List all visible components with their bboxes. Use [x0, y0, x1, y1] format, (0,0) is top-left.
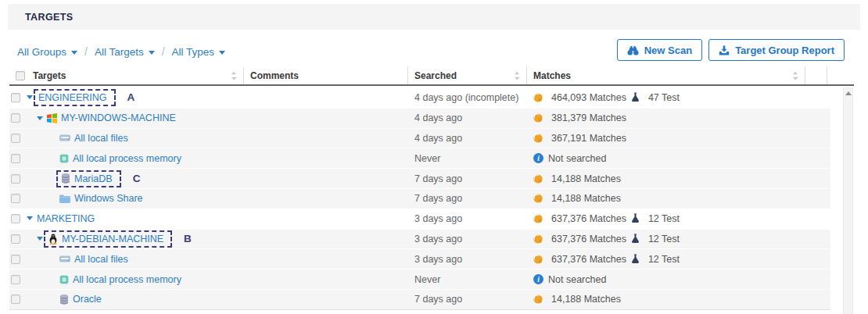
row-checkbox-cell — [9, 209, 27, 229]
row-checkbox[interactable] — [11, 93, 20, 102]
target-group-report-label: Target Group Report — [735, 45, 834, 56]
searched-cell: 3 days ago — [408, 209, 527, 229]
matches-cell: 367,191 Matches — [527, 129, 830, 148]
column-header-extra-2 — [827, 67, 854, 84]
filter-all-targets[interactable]: All Targets — [95, 46, 155, 58]
target-tree-cell: MY-WINDOWS-MACHINE — [27, 109, 244, 128]
target-tree-cell: MY-DEBIAN-MACHINEB — [27, 230, 244, 249]
target-link[interactable]: All local process memory — [73, 274, 181, 285]
target-tree-cell: Oracle — [27, 290, 244, 309]
row-checkbox[interactable] — [11, 134, 20, 143]
target-link[interactable]: All local process memory — [73, 153, 181, 164]
matches-cell: 464,093 Matches47 Test — [527, 87, 830, 108]
row-checkbox-cell — [9, 249, 27, 269]
table-row: All local process memoryNeveriNot search… — [9, 269, 830, 289]
not-searched-text: Not searched — [548, 274, 606, 285]
matches-count: 14,188 Matches — [551, 193, 621, 204]
drive-icon — [59, 134, 70, 142]
target-link[interactable]: MARKETING — [37, 213, 95, 224]
target-group-report-button[interactable]: Target Group Report — [708, 39, 845, 61]
filter-separator: / — [84, 45, 88, 58]
matches-count: 367,191 Matches — [551, 133, 626, 144]
matches-cell: 14,188 Matches — [527, 290, 830, 309]
column-header-matches[interactable]: Matches — [533, 70, 571, 81]
linux-icon — [48, 234, 58, 244]
searched-cell: 7 days ago — [408, 290, 527, 309]
row-checkbox[interactable] — [11, 275, 20, 284]
chevron-down-icon — [149, 51, 155, 55]
comments-cell — [244, 169, 408, 188]
binoculars-icon — [627, 45, 639, 55]
table-row: All local files4 days ago367,191 Matches — [9, 128, 830, 148]
filter-all-groups[interactable]: All Groups — [17, 46, 77, 58]
target-link[interactable]: Windows Share — [74, 193, 143, 204]
expand-caret-icon[interactable] — [27, 95, 33, 99]
test-flask-icon — [631, 213, 640, 223]
scroll-up-icon[interactable] — [845, 91, 852, 313]
select-all-checkbox[interactable] — [16, 71, 25, 80]
row-checkbox[interactable] — [11, 294, 20, 304]
expand-caret-icon[interactable] — [27, 216, 33, 220]
sort-searched-icon[interactable] — [514, 71, 520, 80]
new-scan-button[interactable]: New Scan — [617, 39, 702, 61]
row-checkbox[interactable] — [11, 255, 20, 264]
row-checkbox[interactable] — [11, 174, 20, 184]
info-icon: i — [533, 153, 543, 163]
searched-cell: 4 days ago — [408, 129, 527, 148]
table-scrollbar[interactable] — [843, 87, 853, 314]
sort-matches-icon[interactable] — [792, 71, 798, 80]
row-checkbox-cell — [9, 230, 27, 249]
expand-caret-icon[interactable] — [37, 237, 43, 241]
matches-icon — [533, 174, 543, 184]
column-header-extra-1 — [805, 67, 827, 84]
new-scan-label: New Scan — [644, 45, 692, 56]
row-checkbox[interactable] — [11, 234, 20, 244]
page-header: TARGETS — [8, 4, 860, 30]
test-count: 47 Test — [648, 92, 680, 103]
expand-caret-icon[interactable] — [37, 116, 43, 120]
target-link[interactable]: All local files — [74, 254, 128, 265]
target-link[interactable]: All local files — [74, 133, 128, 144]
target-tree-cell: All local process memory — [27, 269, 244, 289]
row-checkbox[interactable] — [11, 113, 20, 123]
table-row: MY-WINDOWS-MACHINE4 days ago381,379 Matc… — [9, 108, 830, 128]
row-checkbox-cell — [9, 269, 27, 289]
column-header-searched[interactable]: Searched — [414, 70, 457, 81]
memory-icon — [59, 154, 69, 163]
row-checkbox[interactable] — [11, 194, 20, 203]
target-tree-cell: All local process memory — [27, 148, 244, 168]
annotation-label-a: A — [127, 91, 135, 103]
column-header-targets[interactable]: Targets — [33, 70, 66, 81]
row-checkbox-cell — [9, 189, 27, 209]
report-download-icon — [719, 45, 730, 55]
row-checkbox[interactable] — [11, 214, 20, 223]
matches-icon — [533, 234, 543, 244]
matches-icon — [533, 214, 543, 223]
annotation-box-c: MariaDB — [56, 170, 121, 187]
comments-cell — [244, 230, 408, 249]
sort-targets-icon[interactable] — [231, 71, 237, 80]
column-header-comments[interactable]: Comments — [250, 70, 299, 81]
matches-count: 14,188 Matches — [551, 294, 621, 305]
searched-cell: 3 days ago — [408, 230, 527, 249]
row-checkbox-cell — [9, 129, 27, 148]
filter-all-types[interactable]: All Types — [172, 46, 226, 58]
test-flask-icon — [631, 92, 640, 102]
matches-icon — [533, 134, 543, 143]
row-checkbox[interactable] — [11, 154, 20, 163]
searched-cell: 4 days ago (incomplete) — [408, 87, 527, 108]
matches-icon — [533, 113, 543, 123]
target-link[interactable]: MY-WINDOWS-MACHINE — [61, 112, 176, 123]
comments-cell — [244, 109, 408, 128]
target-link[interactable]: Oracle — [73, 294, 102, 305]
target-link[interactable]: ENGINEERING — [38, 92, 107, 103]
filter-all-targets-label: All Targets — [95, 46, 144, 58]
target-link[interactable]: MariaDB — [74, 173, 113, 184]
test-count: 12 Test — [648, 254, 680, 265]
target-tree-cell: MARKETING — [27, 209, 244, 229]
table-header: Targets Comments Searched Matches — [9, 67, 854, 86]
matches-cell: 637,376 Matches12 Test — [527, 249, 830, 269]
target-link[interactable]: MY-DEBIAN-MACHINE — [62, 234, 163, 244]
row-checkbox-cell — [9, 87, 27, 108]
comments-cell — [244, 269, 408, 289]
